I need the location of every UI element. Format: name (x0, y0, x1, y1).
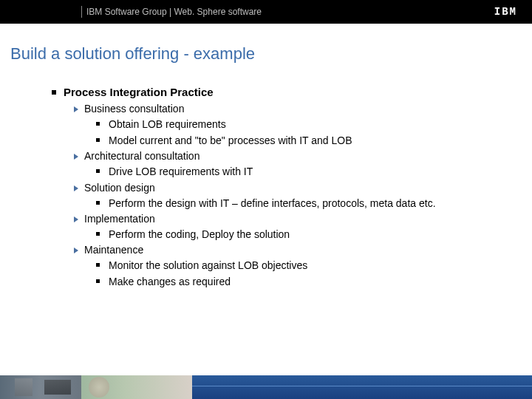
list-item: Perform the coding, Deploy the solution (96, 228, 502, 241)
slide-title: Build a solution offering - example (0, 24, 532, 64)
list-item: Implementation (74, 213, 502, 225)
footer-graphic-left (0, 375, 81, 399)
list-item: Maintanence (74, 244, 502, 256)
outline-heading: Process Integration Practice (64, 86, 214, 98)
outline-level1: Process Integration Practice Business co… (52, 86, 502, 288)
header-left: IBM Software Group | Web. Sphere softwar… (0, 0, 262, 24)
square-bullet-icon (52, 90, 56, 95)
list-item: Business consultation (74, 103, 502, 115)
item-label: Business consultation (84, 103, 184, 115)
square-bullet-icon (96, 232, 100, 236)
outline-level3: Obtain LOB requirements Model current an… (96, 117, 502, 147)
header-divider (81, 6, 82, 18)
item-label: Maintanence (84, 244, 143, 256)
outline-level3: Monitor the solution against LOB objecti… (96, 259, 502, 288)
sub-item: Make changes as required (109, 275, 231, 288)
square-bullet-icon (96, 169, 100, 173)
outline-level3: Perform the coding, Deploy the solution (96, 228, 502, 241)
sub-item: Perform the coding, Deploy the solution (109, 228, 290, 241)
sub-item: Perform the design with IT – define inte… (109, 197, 436, 210)
list-item: Model current and "to be" processes with… (96, 134, 502, 147)
item-label: Implementation (84, 213, 155, 225)
sub-item: Drive LOB requirements with IT (109, 165, 253, 178)
square-bullet-icon (96, 201, 100, 205)
list-item: Architectural consultation (74, 150, 502, 162)
list-item: Obtain LOB requirements (96, 117, 502, 131)
triangle-bullet-icon (74, 154, 78, 160)
sub-item: Model current and "to be" processes with… (109, 134, 352, 147)
outline-heading-row: Process Integration Practice (52, 86, 502, 98)
triangle-bullet-icon (74, 106, 78, 112)
triangle-bullet-icon (74, 248, 78, 253)
sub-item: Obtain LOB requirements (109, 117, 226, 131)
slide-content: Process Integration Practice Business co… (0, 64, 532, 288)
slide-header: IBM Software Group | Web. Sphere softwar… (0, 0, 532, 24)
header-group-text: IBM Software Group | Web. Sphere softwar… (86, 7, 262, 17)
item-label: Architectural consultation (84, 150, 200, 162)
footer-graphic-right (192, 375, 532, 399)
list-item: Make changes as required (96, 275, 502, 288)
list-item: Perform the design with IT – define inte… (96, 197, 502, 210)
sub-item: Monitor the solution against LOB objecti… (109, 259, 307, 272)
footer-graphic-mid (81, 375, 192, 399)
square-bullet-icon (96, 138, 100, 142)
list-item: Solution design (74, 182, 502, 194)
list-item: Monitor the solution against LOB objecti… (96, 259, 502, 272)
outline-level3: Perform the design with IT – define inte… (96, 197, 502, 210)
outline-level2: Business consultation Obtain LOB require… (74, 103, 502, 288)
list-item: Drive LOB requirements with IT (96, 165, 502, 178)
triangle-bullet-icon (74, 185, 78, 191)
square-bullet-icon (96, 279, 100, 283)
ibm-logo-icon: IBM (494, 6, 517, 18)
square-bullet-icon (96, 263, 100, 267)
triangle-bullet-icon (74, 216, 78, 222)
item-label: Solution design (84, 182, 155, 194)
slide-footer (0, 375, 532, 399)
outline-level3: Drive LOB requirements with IT (96, 165, 502, 178)
square-bullet-icon (96, 122, 100, 126)
